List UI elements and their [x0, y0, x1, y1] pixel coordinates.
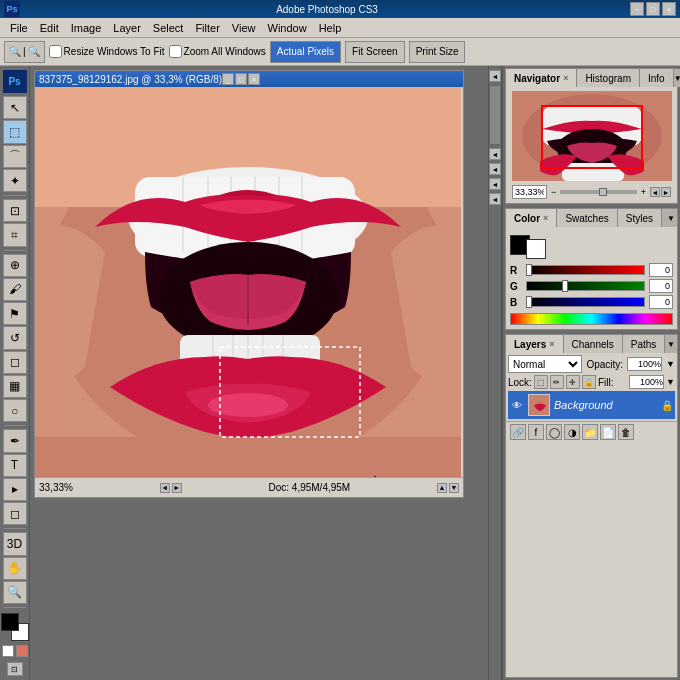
- nav-left-btn[interactable]: ◄: [650, 187, 660, 197]
- layer-item-background[interactable]: 👁 Background 🔒: [508, 391, 675, 419]
- panel-icon-3[interactable]: ◄: [489, 178, 501, 190]
- doc-minimize-btn[interactable]: _: [222, 73, 234, 85]
- foreground-color[interactable]: [1, 613, 19, 631]
- zoom-all-windows-input[interactable]: [169, 45, 182, 58]
- r-slider-container[interactable]: [526, 265, 645, 275]
- tab-channels[interactable]: Channels: [564, 335, 623, 353]
- tool-history[interactable]: ↺: [3, 326, 27, 349]
- new-layer-btn[interactable]: 📄: [600, 424, 616, 440]
- opacity-input[interactable]: [627, 357, 662, 371]
- menu-select[interactable]: Select: [147, 20, 190, 36]
- tool-slice[interactable]: ⌗: [3, 223, 27, 246]
- doc-close-btn[interactable]: ×: [248, 73, 260, 85]
- panel-menu-btn[interactable]: ▼: [674, 69, 680, 87]
- tab-layers[interactable]: Layers ×: [506, 335, 564, 353]
- panel-icon-1[interactable]: ◄: [489, 148, 501, 160]
- panel-toggle-btn[interactable]: ◄: [489, 70, 501, 82]
- actual-pixels-button[interactable]: Actual Pixels: [270, 41, 341, 63]
- tool-dodge[interactable]: ○: [3, 399, 27, 422]
- layer-visibility-icon[interactable]: 👁: [510, 398, 524, 412]
- maximize-button[interactable]: □: [646, 2, 660, 16]
- lock-transparent-btn[interactable]: ⬚: [534, 375, 548, 389]
- add-mask-btn[interactable]: ◯: [546, 424, 562, 440]
- close-button[interactable]: ×: [662, 2, 676, 16]
- screen-mode-btn[interactable]: ⊡: [7, 662, 23, 676]
- resize-windows-checkbox[interactable]: Resize Windows To Fit: [49, 45, 165, 58]
- tab-swatches[interactable]: Swatches: [557, 209, 617, 227]
- panel-icon-4[interactable]: ◄: [489, 193, 501, 205]
- scroll-up[interactable]: ▲: [437, 483, 447, 493]
- close-color-icon[interactable]: ×: [543, 213, 548, 223]
- standard-mode-btn[interactable]: [2, 645, 14, 657]
- tool-3d[interactable]: 3D: [3, 532, 27, 555]
- scroll-left[interactable]: ◄: [160, 483, 170, 493]
- tab-navigator[interactable]: Navigator ×: [506, 69, 577, 87]
- g-slider-container[interactable]: [526, 281, 645, 291]
- lock-position-btn[interactable]: ✛: [566, 375, 580, 389]
- tab-info[interactable]: Info: [640, 69, 674, 87]
- nav-zoom-slider[interactable]: [560, 190, 636, 194]
- quick-mask-btn[interactable]: [16, 645, 28, 657]
- print-size-button[interactable]: Print Size: [409, 41, 466, 63]
- minimize-button[interactable]: −: [630, 2, 644, 16]
- scroll-down[interactable]: ▼: [449, 483, 459, 493]
- lock-all-btn[interactable]: 🔒: [582, 375, 596, 389]
- new-adjustment-btn[interactable]: ◑: [564, 424, 580, 440]
- fit-screen-button[interactable]: Fit Screen: [345, 41, 405, 63]
- tool-gradient[interactable]: ▦: [3, 375, 27, 398]
- link-layers-btn[interactable]: 🔗: [510, 424, 526, 440]
- tool-type[interactable]: T: [3, 454, 27, 477]
- tool-path-select[interactable]: ▸: [3, 478, 27, 501]
- tab-paths[interactable]: Paths: [623, 335, 666, 353]
- panel-icon-2[interactable]: ◄: [489, 163, 501, 175]
- tool-pen[interactable]: ✒: [3, 429, 27, 452]
- new-group-btn[interactable]: 📁: [582, 424, 598, 440]
- b-slider-container[interactable]: [526, 297, 645, 307]
- fill-input[interactable]: [629, 375, 664, 389]
- layers-panel-menu-btn[interactable]: ▼: [665, 335, 677, 353]
- zoom-plus-icon[interactable]: +: [641, 187, 646, 197]
- menu-view[interactable]: View: [226, 20, 262, 36]
- tool-clone[interactable]: ⚑: [3, 302, 27, 325]
- add-style-btn[interactable]: f: [528, 424, 544, 440]
- close-layers-icon[interactable]: ×: [549, 339, 554, 349]
- zoom-all-windows-checkbox[interactable]: Zoom All Windows: [169, 45, 266, 58]
- zoom-minus-icon[interactable]: −: [551, 187, 556, 197]
- delete-layer-btn[interactable]: 🗑: [618, 424, 634, 440]
- spectrum-bar[interactable]: [510, 313, 673, 325]
- tool-zoom[interactable]: 🔍: [3, 581, 27, 604]
- menu-file[interactable]: File: [4, 20, 34, 36]
- color-panel-menu-btn[interactable]: ▼: [662, 209, 677, 227]
- tool-crop[interactable]: ⊡: [3, 199, 27, 222]
- nav-zoom-input[interactable]: [512, 185, 547, 199]
- tool-eraser[interactable]: ◻: [3, 351, 27, 374]
- zoom-in-icon[interactable]: 🔍: [28, 46, 40, 57]
- doc-restore-btn[interactable]: □: [235, 73, 247, 85]
- tool-shape[interactable]: ◻: [3, 502, 27, 525]
- menu-help[interactable]: Help: [313, 20, 348, 36]
- canvas-image[interactable]: [35, 87, 461, 477]
- tool-heal[interactable]: ⊕: [3, 254, 27, 277]
- fill-arrow[interactable]: ▼: [666, 377, 675, 387]
- nav-right-btn[interactable]: ►: [661, 187, 671, 197]
- r-value-input[interactable]: [649, 263, 673, 277]
- menu-edit[interactable]: Edit: [34, 20, 65, 36]
- tool-brush[interactable]: 🖌: [3, 278, 27, 301]
- tool-magic-wand[interactable]: ✦: [3, 169, 27, 192]
- tab-styles[interactable]: Styles: [618, 209, 662, 227]
- b-value-input[interactable]: [649, 295, 673, 309]
- g-value-input[interactable]: [649, 279, 673, 293]
- opacity-arrow[interactable]: ▼: [666, 359, 675, 369]
- background-color-box[interactable]: [526, 239, 546, 259]
- collapse-btn[interactable]: [489, 85, 501, 145]
- tool-hand[interactable]: ✋: [3, 557, 27, 580]
- lock-image-btn[interactable]: ✏: [550, 375, 564, 389]
- resize-windows-input[interactable]: [49, 45, 62, 58]
- tab-histogram[interactable]: Histogram: [577, 69, 640, 87]
- menu-image[interactable]: Image: [65, 20, 108, 36]
- menu-filter[interactable]: Filter: [189, 20, 225, 36]
- blend-mode-select[interactable]: Normal: [508, 355, 582, 373]
- menu-layer[interactable]: Layer: [107, 20, 147, 36]
- scroll-right[interactable]: ►: [172, 483, 182, 493]
- tab-color[interactable]: Color ×: [506, 209, 557, 227]
